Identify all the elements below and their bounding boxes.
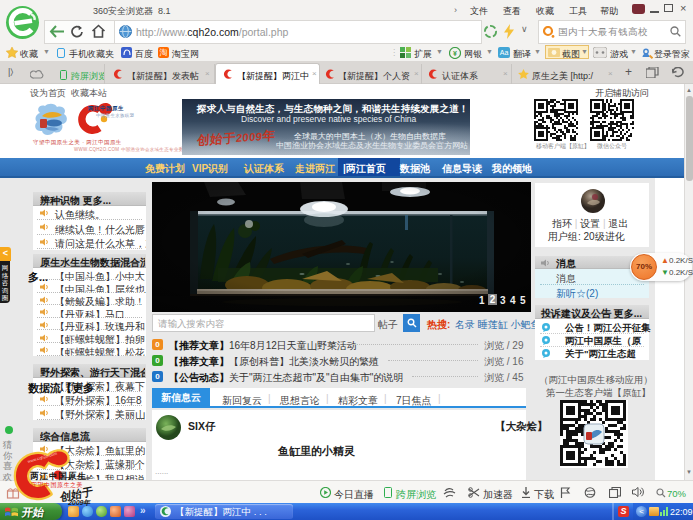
- svg-text:¥: ¥: [453, 50, 457, 57]
